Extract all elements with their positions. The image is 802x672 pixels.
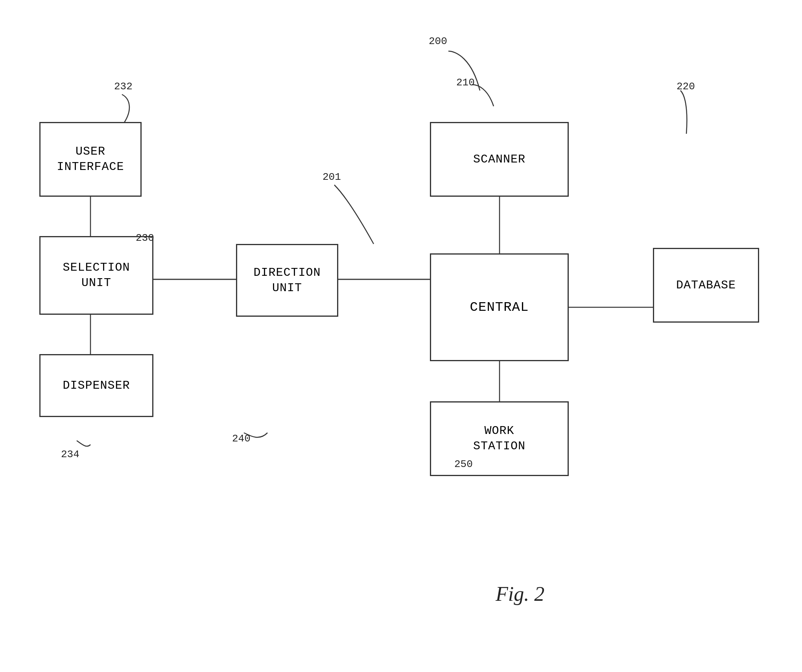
label-210: 210 <box>456 77 475 89</box>
selection-unit-label: SELECTIONUNIT <box>63 260 130 291</box>
user-interface-box: USERINTERFACE <box>39 122 142 197</box>
user-interface-label: USERINTERFACE <box>57 144 124 175</box>
connection-lines <box>0 0 802 672</box>
database-box: DATABASE <box>653 248 759 323</box>
database-label: DATABASE <box>676 278 736 293</box>
selection-unit-box: SELECTIONUNIT <box>39 236 153 315</box>
label-234: 234 <box>61 449 79 460</box>
direction-unit-box: DIRECTIONUNIT <box>236 244 338 317</box>
label-230: 230 <box>136 232 154 244</box>
label-240: 240 <box>232 433 251 445</box>
work-station-box: WORKSTATION <box>430 401 569 476</box>
central-label: CENTRAL <box>470 299 529 316</box>
direction-unit-label: DIRECTIONUNIT <box>253 265 321 296</box>
diagram: USERINTERFACE SELECTIONUNIT DISPENSER DI… <box>0 0 802 672</box>
work-station-label: WORKSTATION <box>473 423 525 454</box>
central-box: CENTRAL <box>430 253 569 361</box>
label-200: 200 <box>429 35 447 47</box>
dispenser-box: DISPENSER <box>39 354 153 417</box>
label-250: 250 <box>454 458 473 470</box>
scanner-label: SCANNER <box>473 152 525 167</box>
figure-label: Fig. 2 <box>496 582 544 606</box>
dispenser-label: DISPENSER <box>63 378 130 393</box>
scanner-box: SCANNER <box>430 122 569 197</box>
label-201: 201 <box>323 171 341 183</box>
label-220: 220 <box>677 81 695 92</box>
label-232: 232 <box>114 81 133 92</box>
